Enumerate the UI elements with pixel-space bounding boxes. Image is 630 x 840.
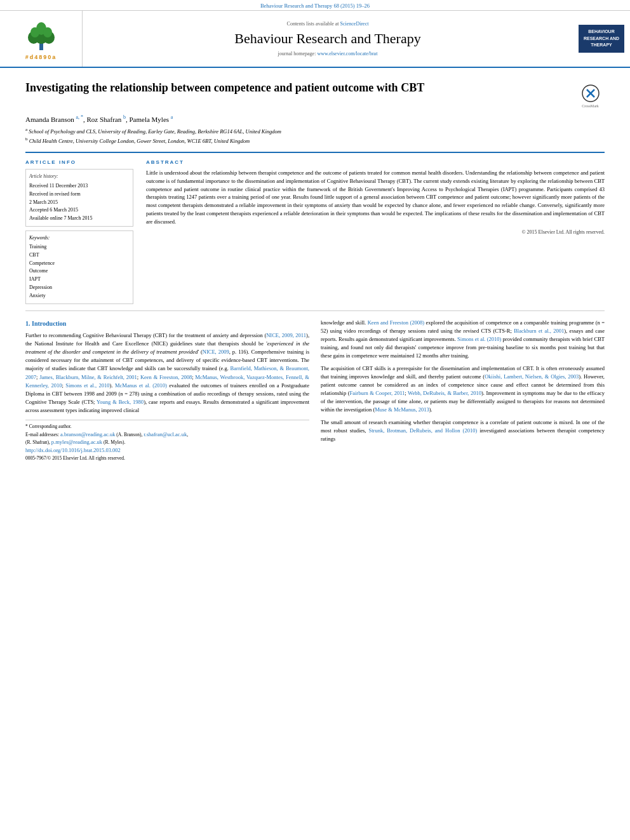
keyword-3: Competence [29, 260, 130, 268]
intro-para-1: Further to recommending Cognitive Behavi… [25, 331, 309, 415]
email-branson[interactable]: a.branson@reading.ac.uk [60, 431, 115, 437]
article-info-abstract-section: ARTICLE INFO Article history: Received 1… [25, 159, 605, 304]
crossmark-icon [581, 84, 600, 103]
affiliation-2: b Child Health Centre, University Colleg… [25, 137, 605, 145]
elsevier-logo-section: #d4890a [0, 11, 83, 67]
elsevier-logo: #d4890a [22, 17, 60, 60]
journal-citation-bar: Behaviour Research and Therapy 68 (2015)… [0, 0, 630, 11]
ref-simons[interactable]: Simons et al., 2010 [65, 382, 109, 389]
ref-nice-2009-2[interactable]: NICE, 2009 [203, 349, 229, 355]
footnotes-section: * Corresponding author. E-mail addresses… [25, 420, 309, 462]
keyword-6: Depression [29, 284, 130, 292]
journal-brand-text: BEHAVIOUR RESEARCH AND THERAPY [584, 29, 619, 48]
email-label: E-mail addresses: [25, 432, 59, 437]
divider-after-abstract [25, 310, 605, 311]
email-myles-label: (R. Myles). [104, 439, 125, 445]
doi-line: http://dx.doi.org/10.1016/j.brat.2015.03… [25, 446, 309, 455]
author-2: Roz Shafran [87, 116, 122, 123]
section-1-title: Introduction [32, 320, 66, 327]
section-1-heading: 1. Introduction [25, 319, 309, 328]
journal-brand-box: BEHAVIOUR RESEARCH AND THERAPY [579, 25, 624, 53]
email-myles[interactable]: p.myles@reading.ac.uk [51, 439, 102, 445]
homepage-url[interactable]: www.elsevier.com/locate/brat [317, 51, 377, 57]
body-left-col: 1. Introduction Further to recommending … [25, 319, 309, 462]
ref-fairburn[interactable]: Fairburn & Cooper, 2011 [349, 390, 405, 396]
ref-nice-2009-1[interactable]: NICE, 2009, 2011 [266, 332, 306, 338]
ref-strunk[interactable]: Strunk, Brotman, DeRubeis, and Hollon (2… [368, 427, 477, 434]
crossmark-section: CrossMark [576, 84, 605, 108]
article-history-box: Article history: Received 11 December 20… [25, 169, 133, 227]
revised-date: 2 March 2015 [29, 199, 130, 207]
keyword-7: Anxiety [29, 292, 130, 300]
keyword-1: Training [29, 243, 130, 251]
intro-para-3: The acquisition of CBT skills is a prere… [321, 364, 605, 415]
homepage-label: journal homepage: [278, 51, 316, 57]
author-2-sup: b [123, 114, 126, 120]
contents-available-line: Contents lists available at ScienceDirec… [287, 21, 369, 27]
history-label: Article history: [29, 173, 130, 180]
paper-title: Investigating the relationship between c… [25, 81, 570, 95]
ref-simons-2010[interactable]: Simons et al. (2010) [457, 336, 501, 342]
available-date: Available online 7 March 2015 [29, 215, 130, 223]
received-date: Received 11 December 2013 [29, 182, 130, 190]
journal-citation: Behaviour Research and Therapy 68 (2015)… [260, 3, 370, 9]
svg-point-6 [43, 27, 52, 37]
paper-title-section: Investigating the relationship between c… [25, 81, 605, 108]
email-addresses-line: E-mail addresses: a.branson@reading.ac.u… [25, 430, 309, 439]
doi-link[interactable]: http://dx.doi.org/10.1016/j.brat.2015.03… [25, 447, 121, 453]
ref-james[interactable]: James, Blackburn, Milne, & Reichfelt, 20… [39, 374, 137, 380]
ref-okiishi[interactable]: Okiishi, Lambert, Nielsen, & Olgies, 200… [485, 373, 579, 380]
paper-content: Investigating the relationship between c… [0, 68, 630, 474]
author-3-sup: a [171, 114, 173, 120]
crossmark-label: CrossMark [582, 104, 599, 108]
ref-webb[interactable]: Webb, DeRubeis, & Barber, 2010 [408, 390, 481, 396]
elsevier-wordmark: #d4890a [25, 54, 57, 60]
ref-keen[interactable]: Keen & Freeston, 2008 [140, 374, 192, 380]
corresponding-label: * Corresponding author. [25, 423, 309, 430]
email-branson-person: (A. Branson), [116, 432, 142, 437]
intro-para-4: The small amount of research examining w… [321, 418, 605, 444]
email-myles-person: (R. Shafran), [25, 439, 50, 445]
journal-header: #d4890a Contents lists available at Scie… [0, 11, 630, 68]
author-3: Pamela Myles [129, 116, 169, 123]
keyword-4: Outcome [29, 267, 130, 276]
accepted-date: Accepted 6 March 2015 [29, 206, 130, 215]
copyright-line: © 2015 Elsevier Ltd. All rights reserved… [146, 229, 605, 235]
intro-para-2: knowledge and skill. Keen and Freeston (… [321, 319, 605, 361]
article-info-label: ARTICLE INFO [25, 159, 133, 165]
email-shafran[interactable]: r.shafran@ucl.ac.uk [144, 431, 187, 437]
keyword-2: CBT [29, 251, 130, 260]
body-right-col: knowledge and skill. Keen and Freeston (… [321, 319, 605, 462]
keywords-label: Keywords: [29, 234, 130, 242]
keywords-box: Keywords: Training CBT Competence Outcom… [25, 230, 133, 304]
journal-homepage-line: journal homepage: www.elsevier.com/locat… [278, 51, 378, 57]
affiliation-1: a School of Psychology and CLS, Universi… [25, 127, 605, 136]
keyword-5: IAPT [29, 276, 130, 284]
ref-keen-freeston[interactable]: Keen and Freeston (2008) [368, 319, 424, 326]
abstract-text: Little is understood about the relations… [146, 169, 605, 225]
elsevier-tree-icon [22, 17, 60, 52]
abstract-label: ABSTRACT [146, 159, 605, 165]
body-section: 1. Introduction Further to recommending … [25, 319, 605, 462]
ref-mcmanus-2010[interactable]: McManus et al. (2010) [115, 382, 167, 389]
author-1: Amanda Branson [25, 116, 74, 123]
article-info-column: ARTICLE INFO Article history: Received 1… [25, 159, 133, 304]
received-revised-label: Received in revised form [29, 190, 130, 199]
journal-title: Behaviour Research and Therapy [234, 30, 420, 47]
ref-young-beck[interactable]: Young & Beck, 1980 [97, 399, 144, 405]
divider-after-affiliations [25, 152, 605, 153]
contents-text: Contents lists available at [287, 21, 339, 27]
issn-line: 0005-7967/© 2015 Elsevier Ltd. All right… [25, 455, 309, 462]
section-1-number: 1. [25, 320, 32, 327]
journal-title-section: Contents lists available at ScienceDirec… [83, 11, 573, 67]
sciencedirect-link[interactable]: ScienceDirect [340, 21, 369, 27]
abstract-column: ABSTRACT Little is understood about the … [146, 159, 605, 304]
author-1-sup: a, * [76, 114, 83, 120]
authors-line: Amanda Branson a, *, Roz Shafran b, Pame… [25, 114, 605, 123]
ref-blackburn[interactable]: Blackburn et al., 2001 [514, 328, 564, 334]
journal-logo-right: BEHAVIOUR RESEARCH AND THERAPY [573, 11, 630, 67]
affil-1-text: School of Psychology and CLS, University… [29, 128, 281, 134]
ref-muse[interactable]: Muse & McManus, 2013 [375, 406, 429, 413]
email-myles-line: (R. Shafran), p.myles@reading.ac.uk (R. … [25, 438, 309, 446]
affil-2-text: Child Health Centre, University College … [29, 138, 250, 144]
